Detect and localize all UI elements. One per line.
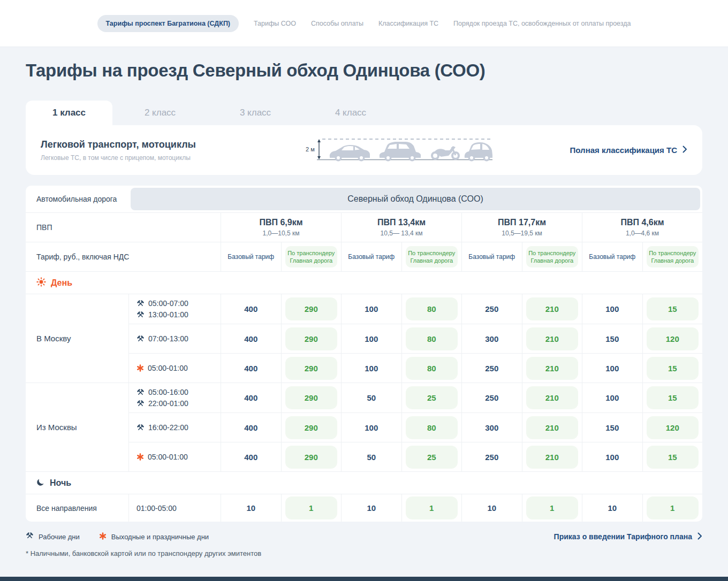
night-row-values: 101101101101 — [221, 494, 702, 522]
tariff-row: 05:00-01:00 400290502525021010015 — [128, 442, 702, 471]
pvp-range: 10,5—19,5 км — [502, 230, 542, 237]
tariff-value-base: 10 — [221, 494, 281, 522]
payment-footnote: * Наличными, банковской картой или по тр… — [26, 549, 702, 557]
tariff-value-transponder: 1 — [642, 494, 703, 522]
tariff-value-base: 250 — [461, 383, 522, 412]
tariff-value-transponder: 290 — [281, 324, 342, 353]
tariff-value-base: 50 — [341, 442, 401, 471]
tariff-value-transponder: 210 — [522, 383, 582, 412]
workdays-icon — [136, 311, 145, 319]
tariff-value-base: 400 — [221, 354, 281, 383]
tariff-value-transponder: 290 — [281, 383, 342, 412]
time-range: 05:00-07:00 — [136, 299, 188, 308]
moon-icon — [36, 478, 45, 488]
road-name-badge: Северный обход Одинцова (СОО) — [131, 188, 700, 210]
pvp-header-row: ПВП ПВП 6,9км 1,0—10,5 км ПВП 13,4км 10,… — [26, 212, 702, 242]
class-tab-4[interactable]: 4 класс — [303, 101, 398, 125]
pvp-range: 10,5— 13,4 км — [381, 230, 423, 237]
tariff-value-base: 400 — [221, 413, 281, 442]
height-label: 2 м — [306, 146, 315, 152]
sun-icon — [36, 277, 46, 289]
day-section-row: День — [26, 271, 702, 294]
vehicle-class-description: Легковой транспорт, мотоциклы Легковые Т… — [41, 139, 201, 162]
direction-label: В Москву — [26, 294, 128, 383]
base-tariff-header: Базовый тариф — [461, 242, 522, 271]
page-title: Тарифы на проезд Северный обход Одинцова… — [26, 60, 702, 81]
tariff-value-transponder: 80 — [401, 294, 462, 324]
time-range: 05:00-01:00 — [136, 453, 188, 461]
pvp-column-header: ПВП 13,4км 10,5— 13,4 км — [341, 213, 461, 242]
road-header-row: Автомобильная дорога Северный обход Один… — [26, 186, 702, 212]
time-range: 16:00-22:00 — [136, 423, 188, 432]
tariff-value-base: 50 — [341, 383, 401, 412]
nav-item-4[interactable]: Порядок проезда ТС, освобожденных от опл… — [453, 20, 631, 27]
tariff-value-base: 100 — [341, 413, 401, 442]
transponder-tariff-header: По транспондеруГлавная дорога — [522, 242, 582, 271]
tariff-value-transponder: 15 — [642, 294, 703, 324]
tariff-value-transponder: 1 — [281, 494, 342, 522]
nav-item-2[interactable]: Способы оплаты — [311, 20, 363, 27]
chevron-right-icon — [697, 532, 702, 541]
nav-item-1[interactable]: Тарифы СОО — [254, 20, 296, 27]
table-footer: Рабочие дни Выходные и праздничные дни П… — [26, 532, 702, 541]
workdays-icon — [26, 532, 34, 541]
legend-workdays: Рабочие дни — [26, 532, 80, 541]
tariff-value-base: 400 — [221, 324, 281, 353]
holiday-icon — [99, 532, 107, 541]
top-bar: Тарифы проспект Багратиона (СДКП)Тарифы … — [0, 0, 728, 47]
workdays-icon — [136, 400, 145, 408]
holiday-icon — [136, 364, 144, 372]
tariff-row: 16:00-22:00 40029010080300210150120 — [128, 412, 702, 442]
base-tariff-header: Базовый тариф — [221, 242, 281, 271]
tariff-value-base: 100 — [582, 354, 642, 383]
tariff-row: 05:00-07:00 13:00-01:00 4002901008025021… — [128, 294, 702, 324]
tariff-value-transponder: 80 — [401, 354, 462, 383]
tariff-value-transponder: 290 — [281, 354, 342, 383]
bottom-accent-bar — [0, 577, 728, 581]
class-tab-1[interactable]: 1 класс — [26, 101, 112, 125]
tariff-type-headers: Базовый тариф По транспондеруГлавная дор… — [221, 242, 702, 271]
class-tab-2[interactable]: 2 класс — [112, 101, 208, 125]
tariff-value-base: 100 — [582, 442, 642, 471]
tariff-value-base: 300 — [461, 413, 522, 442]
nav-item-0[interactable]: Тарифы проспект Багратиона (СДКП) — [97, 15, 239, 32]
full-classification-link[interactable]: Полная классификация ТС — [570, 146, 687, 155]
chevron-right-icon — [682, 146, 687, 155]
workdays-icon — [136, 388, 145, 396]
tariff-order-link[interactable]: Приказ о введении Тарифного плана — [554, 532, 702, 541]
night-row: Все направления 01:00-05:00 101101101101 — [26, 494, 702, 522]
tariff-value-transponder: 80 — [401, 413, 462, 442]
tariff-value-transponder: 120 — [642, 413, 703, 442]
vehicle-class-title: Легковой транспорт, мотоциклы — [41, 139, 201, 150]
tariff-value-base: 10 — [341, 494, 401, 522]
vehicle-height-diagram: 2 м — [306, 136, 494, 165]
nav-item-3[interactable]: Классификация ТС — [378, 20, 438, 27]
vehicle-class-subtitle: Легковые ТС, в том числе с прицепом, мот… — [41, 154, 201, 162]
tariff-value-base: 150 — [582, 413, 642, 442]
tariff-label: Тариф, руб., включая НДС — [26, 242, 221, 271]
tariff-value-base: 400 — [221, 294, 281, 324]
top-navigation: Тарифы проспект Багратиона (СДКП)Тарифы … — [97, 15, 631, 32]
tariff-value-transponder: 15 — [642, 354, 703, 383]
time-range: 07:00-13:00 — [136, 334, 188, 343]
pvp-title: ПВП 4,6км — [620, 218, 664, 227]
class-tab-3[interactable]: 3 класс — [208, 101, 303, 125]
legend-holidays-label: Выходные и праздничные дни — [111, 533, 209, 541]
class-tabs: 1 класс2 класс3 класс4 класс — [26, 101, 702, 125]
tariff-value-base: 100 — [582, 383, 642, 412]
night-row-label: Все направления — [26, 494, 128, 522]
tariff-value-transponder: 290 — [281, 442, 342, 471]
tariff-value-base: 250 — [461, 294, 522, 324]
base-tariff-header: Базовый тариф — [582, 242, 642, 271]
tariff-value-transponder: 25 — [401, 442, 462, 471]
tariff-value-base: 250 — [461, 354, 522, 383]
pvp-title: ПВП 13,4км — [377, 218, 426, 227]
page-content: Тарифы на проезд Северный обход Одинцова… — [26, 60, 702, 557]
pvp-label: ПВП — [26, 213, 221, 242]
tariff-value-transponder: 290 — [281, 413, 342, 442]
time-range: 05:00-16:00 — [136, 388, 188, 396]
tariff-value-transponder: 210 — [522, 442, 582, 471]
night-section-row: Ночь — [26, 471, 702, 494]
holiday-icon — [136, 453, 144, 461]
tariff-value-transponder: 210 — [522, 294, 582, 324]
